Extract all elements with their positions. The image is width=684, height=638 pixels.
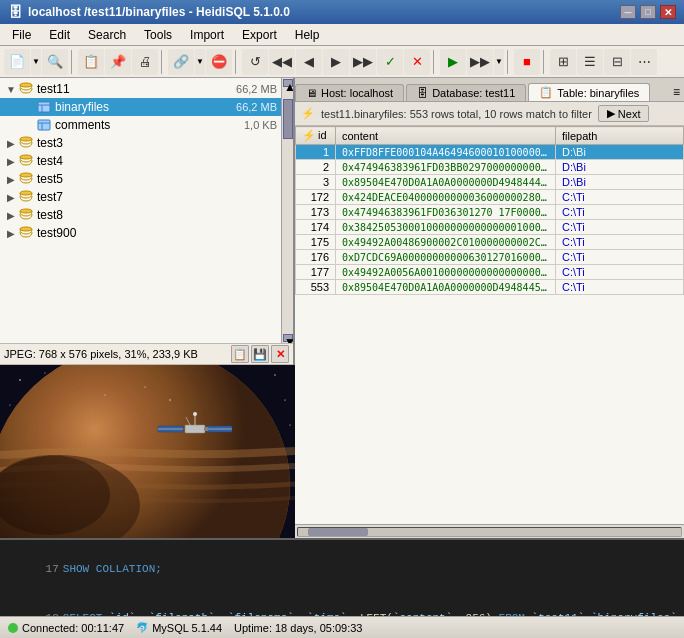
menu-file[interactable]: File [4,26,39,44]
svg-point-42 [145,387,146,388]
image-save-button[interactable]: 💾 [251,345,269,363]
cell-id: 174 [296,220,336,235]
tb-back-button[interactable]: ◀ [296,49,322,75]
table-row[interactable]: 1 0xFFD8FFE000104A4649460001010000010001… [296,145,684,160]
tb-end-button[interactable]: ▶▶ [350,49,376,75]
expand-icon-test3[interactable]: ▶ [4,136,18,150]
expand-icon-test900[interactable]: ▶ [4,226,18,240]
tb-browse-button[interactable]: 🔍 [42,49,68,75]
maximize-button[interactable]: □ [640,5,656,19]
tree-node-test900[interactable]: ▶ test900 [0,224,281,242]
tree-scrollbar[interactable]: ▲ ▼ [281,78,293,343]
mysql-status: 🐬 MySQL 5.1.44 [136,622,222,634]
cell-filepath: D:\Bi [556,175,684,190]
tb-connect-dropdown[interactable]: ▼ [195,49,205,75]
tb-prev-button[interactable]: ◀◀ [269,49,295,75]
left-panel: ▼ test11 66,2 MB [0,78,295,538]
table-row[interactable]: 173 0x474946383961FD036301270 17F0000000… [296,205,684,220]
connected-text: Connected: 00:11:47 [22,622,124,634]
tree-node-test8[interactable]: ▶ test8 [0,206,281,224]
tb-new-button[interactable]: 📄 [4,49,30,75]
tab-host[interactable]: 🖥 Host: localhost [295,84,404,101]
expand-icon-test7[interactable]: ▶ [4,190,18,204]
tb-list-button[interactable]: ☰ [577,49,603,75]
tb-copy-button[interactable]: 📋 [78,49,104,75]
table-row[interactable]: 177 0x49492A0056A00100000000000000000000… [296,265,684,280]
table-hscroll[interactable] [295,524,684,538]
expand-icon-comments[interactable] [22,118,36,132]
col-header-content[interactable]: content [336,127,556,145]
expand-icon-test4[interactable]: ▶ [4,154,18,168]
tb-run-dropdown[interactable]: ▼ [494,49,504,75]
tree-node-test7[interactable]: ▶ test7 [0,188,281,206]
cell-filepath: C:\Ti [556,265,684,280]
menu-export[interactable]: Export [234,26,285,44]
table-row[interactable]: 176 0xD7CDC69A00000000000630127016000000… [296,250,684,265]
tb-forward-button[interactable]: ▶ [323,49,349,75]
tb-disconnect-button[interactable]: ⛔ [206,49,232,75]
tree-node-binaryfiles[interactable]: binaryfiles 66,2 MB [0,98,281,116]
menu-edit[interactable]: Edit [41,26,78,44]
tree-scroll-up[interactable]: ▲ [283,79,293,87]
next-label: Next [618,108,641,120]
tb-run-button[interactable]: ▶ [440,49,466,75]
mysql-icon: 🐬 [136,622,148,633]
next-button[interactable]: ▶ Next [598,105,650,122]
svg-point-41 [104,394,105,395]
tb-more-button[interactable]: ⋯ [631,49,657,75]
expand-icon-test5[interactable]: ▶ [4,172,18,186]
tree-label-comments: comments [55,118,240,132]
tb-columns-button[interactable]: ⊟ [604,49,630,75]
table-row[interactable]: 175 0x49492A00486900002C010000000002C010… [296,235,684,250]
tree-scroll-down[interactable]: ▼ [283,334,293,342]
tab-table[interactable]: 📋 Table: binaryfiles [528,83,650,101]
image-copy-button[interactable]: 📋 [231,345,249,363]
tb-connect-button[interactable]: 🔗 [168,49,194,75]
tree-node-test4[interactable]: ▶ test4 [0,152,281,170]
tb-grid-button[interactable]: ⊞ [550,49,576,75]
tb-runall-button[interactable]: ▶▶ [467,49,493,75]
tb-new-dropdown[interactable]: ▼ [31,49,41,75]
menu-search[interactable]: Search [80,26,134,44]
tree-node-test11[interactable]: ▼ test11 66,2 MB [0,80,281,98]
tree-node-comments[interactable]: comments 1,0 KB [0,116,281,134]
tab-database[interactable]: 🗄 Database: test11 [406,84,526,101]
tree-scroll-thumb[interactable] [283,99,293,139]
tb-check-button[interactable]: ✓ [377,49,403,75]
connection-dot [8,623,18,633]
tree-node-test3[interactable]: ▶ test3 [0,134,281,152]
cell-id: 176 [296,250,336,265]
hscroll-thumb[interactable] [308,528,368,536]
expand-icon-test8[interactable]: ▶ [4,208,18,222]
tb-cancel-button[interactable]: ✕ [404,49,430,75]
menu-help[interactable]: Help [287,26,328,44]
hscroll-track[interactable] [297,527,682,537]
table-row[interactable]: 553 0x89504E470D0A1A0A0000000D4948445200… [296,280,684,295]
expand-icon-test11[interactable]: ▼ [4,82,18,96]
image-actions: 📋 💾 ✕ [231,345,289,363]
image-canvas [0,365,295,538]
table-row[interactable]: 172 0x424DEACE04000000000036000000280000… [296,190,684,205]
tree-label-test5: test5 [37,172,277,186]
table-row[interactable]: 3 0x89504E470D0A1A0A0000000D494844452000… [296,175,684,190]
tree-area[interactable]: ▼ test11 66,2 MB [0,78,281,343]
tb-print-button[interactable]: 🖨 [132,49,158,75]
table-row[interactable]: 2 0x474946383961FD03BB029700000000008000… [296,160,684,175]
data-table-wrapper[interactable]: ⚡id content filepath 1 0xFFD8FFE000104A4… [295,126,684,524]
tree-node-test5[interactable]: ▶ test5 [0,170,281,188]
tb-paste-button[interactable]: 📌 [105,49,131,75]
tb-stop-button[interactable]: ■ [514,49,540,75]
tab-menu-button[interactable]: ≡ [669,83,684,101]
menu-import[interactable]: Import [182,26,232,44]
svg-point-43 [169,399,170,400]
minimize-button[interactable]: ─ [620,5,636,19]
col-header-id[interactable]: ⚡id [296,127,336,145]
menu-tools[interactable]: Tools [136,26,180,44]
query-log[interactable]: 17SHOW COLLATION; 18SELECT `id`, `filepa… [0,538,684,616]
col-header-filepath[interactable]: filepath [556,127,684,145]
table-row[interactable]: 174 0x3842505300010000000000000001000001… [296,220,684,235]
tb-refresh-button[interactable]: ↺ [242,49,268,75]
expand-icon-binaryfiles[interactable] [22,100,36,114]
close-button[interactable]: ✕ [660,5,676,19]
image-close-button[interactable]: ✕ [271,345,289,363]
